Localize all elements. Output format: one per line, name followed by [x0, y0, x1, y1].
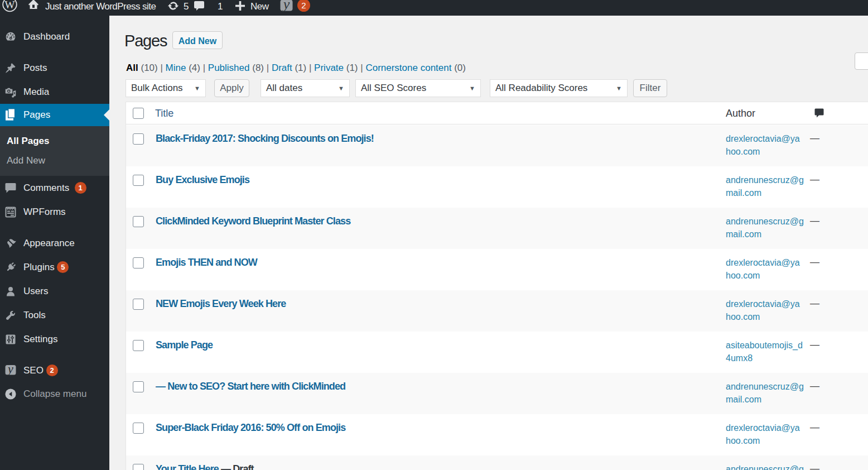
- svg-text:y: y: [7, 362, 13, 376]
- svg-text:y: y: [282, 0, 290, 12]
- svg-text:W: W: [4, 0, 15, 11]
